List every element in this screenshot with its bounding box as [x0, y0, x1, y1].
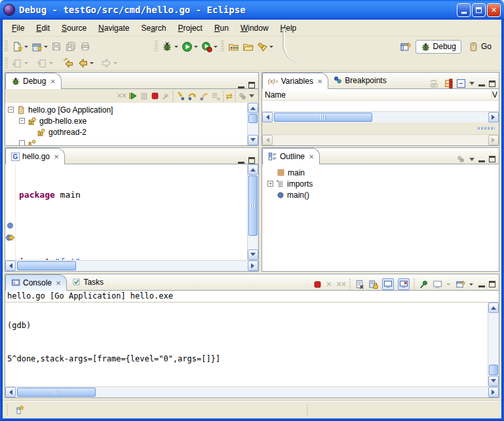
menu-file[interactable]: File	[7, 22, 29, 34]
outline-misc-icon[interactable]	[456, 155, 465, 164]
maximize-button[interactable]	[472, 3, 486, 17]
tab-variables[interactable]: (x)= Variables ✕	[262, 73, 328, 89]
debug-misc-icon[interactable]	[238, 92, 247, 101]
editor-ruler[interactable]	[5, 164, 16, 260]
menu-window[interactable]: Window	[235, 22, 274, 34]
tree-row-partial[interactable]	[8, 137, 258, 145]
run-launch-button[interactable]	[180, 39, 194, 54]
editor-horizontal-scrollbar[interactable]	[5, 260, 258, 271]
open-perspective-button[interactable]	[398, 39, 413, 54]
console-output[interactable]: (gdb) 5^done,stack-args=[frame={level="0…	[7, 302, 488, 386]
scroll-up-button[interactable]	[488, 302, 499, 313]
scroll-left-button[interactable]	[5, 387, 16, 397]
minimize-button[interactable]	[457, 3, 471, 17]
editor-vertical-scrollbar[interactable]	[247, 164, 258, 260]
forward-dropdown[interactable]	[113, 62, 117, 66]
new-project-dropdown[interactable]	[44, 46, 48, 50]
last-edit-location-button[interactable]	[61, 56, 75, 71]
toolbar-grip[interactable]	[5, 41, 8, 52]
display-console-icon[interactable]	[433, 280, 442, 289]
scroll-right-button[interactable]	[488, 387, 499, 397]
view-menu-icon[interactable]	[469, 158, 475, 164]
minimize-view-icon[interactable]	[478, 81, 485, 86]
console-vertical-scrollbar[interactable]	[488, 302, 499, 386]
scroll-right-button[interactable]	[488, 135, 499, 145]
view-menu-icon[interactable]	[249, 94, 254, 100]
collapse-all-icon[interactable]: −	[457, 79, 465, 88]
toolbar-grip[interactable]	[155, 41, 158, 52]
forward-button[interactable]	[99, 56, 113, 71]
drop-to-frame-icon[interactable]: ⇄	[226, 92, 233, 101]
resume-icon[interactable]	[128, 91, 138, 101]
menu-source[interactable]: Source	[56, 22, 92, 34]
search-button[interactable]	[255, 39, 269, 54]
remove-all-launches-icon[interactable]: ✕✕	[336, 280, 345, 289]
code-editor[interactable]: package main import "fmt" func main() { …	[5, 164, 258, 260]
scroll-thumb[interactable]	[17, 261, 76, 270]
toolbar-grip[interactable]	[221, 41, 224, 52]
maximize-view-icon[interactable]	[248, 157, 255, 164]
scroll-down-button[interactable]	[488, 376, 499, 386]
detail-horizontal-scrollbar[interactable]	[262, 134, 499, 145]
remove-terminated-icon[interactable]: ✕✕	[117, 92, 126, 100]
tab-breakpoints[interactable]: Breakpoints	[328, 72, 391, 88]
tab-close-icon[interactable]: ✕	[309, 153, 314, 160]
scroll-right-button[interactable]	[248, 261, 258, 271]
tab-close-icon[interactable]: ✕	[50, 78, 55, 85]
step-return-icon[interactable]	[199, 91, 209, 101]
scroll-left-button[interactable]	[262, 112, 273, 122]
show-type-names-icon[interactable]	[429, 79, 439, 88]
tree-row-thread[interactable]: gothread-2	[8, 126, 258, 137]
suspend-icon[interactable]	[140, 92, 149, 101]
save-button[interactable]	[49, 39, 64, 54]
close-button[interactable]: ✕	[487, 3, 501, 17]
scroll-thumb[interactable]	[248, 175, 258, 236]
back-button[interactable]	[75, 56, 90, 71]
outline-item-imports[interactable]: + imports	[267, 178, 499, 189]
step-over-icon[interactable]	[187, 91, 197, 101]
debug-launch-button[interactable]	[160, 39, 174, 54]
maximize-view-icon[interactable]	[489, 81, 495, 87]
tab-close-icon[interactable]: ✕	[54, 153, 59, 160]
collapse-toggle[interactable]: −	[8, 107, 14, 113]
variables-horizontal-scrollbar[interactable]	[262, 111, 499, 122]
tab-hello-go[interactable]: G hello.go ✕	[5, 148, 65, 164]
new-wizard-dropdown[interactable]	[24, 46, 28, 50]
run-last-dropdown[interactable]	[214, 46, 218, 50]
tree-row-process[interactable]: − gdb-hello.exe	[8, 115, 258, 126]
show-stdout-toggle[interactable]	[382, 278, 394, 290]
tree-row-launch[interactable]: − hello.go [Go Application]	[8, 104, 258, 115]
menu-project[interactable]: Project	[173, 22, 208, 34]
scroll-thumb[interactable]	[489, 365, 498, 375]
open-console-dropdown[interactable]	[469, 284, 473, 287]
outline-item-main-func[interactable]: main()	[267, 189, 499, 200]
tab-close-icon[interactable]: ✕	[56, 280, 61, 287]
tab-outline[interactable]: Outline ✕	[262, 148, 320, 164]
menu-run[interactable]: Run	[209, 22, 234, 34]
remove-launch-icon[interactable]: ✕	[326, 280, 332, 289]
open-folder-button[interactable]	[241, 39, 255, 54]
next-annotation-dropdown[interactable]	[24, 62, 28, 66]
variables-table-header[interactable]: Name V	[262, 89, 499, 101]
console-horizontal-scrollbar[interactable]	[5, 386, 499, 397]
view-menu-icon[interactable]	[469, 82, 475, 88]
clear-console-icon[interactable]	[355, 280, 364, 289]
show-logical-structure-icon[interactable]	[443, 79, 453, 88]
tab-console[interactable]: Console ✕	[5, 274, 67, 291]
step-filters-icon[interactable]	[211, 91, 221, 101]
run-launch-dropdown[interactable]	[194, 46, 198, 50]
save-all-button[interactable]	[64, 39, 78, 54]
previous-annotation-button[interactable]	[35, 56, 49, 71]
maximize-view-icon[interactable]	[248, 82, 255, 88]
run-last-button[interactable]	[199, 39, 214, 54]
print-button[interactable]	[78, 39, 92, 54]
variables-table-body[interactable]	[262, 101, 499, 111]
detail-pane-sash[interactable]	[262, 122, 499, 134]
scroll-down-button[interactable]	[248, 135, 258, 145]
minimize-view-icon[interactable]	[238, 82, 244, 88]
back-dropdown[interactable]	[90, 62, 94, 66]
maximize-view-icon[interactable]	[489, 281, 495, 287]
debug-launch-dropdown[interactable]	[174, 46, 178, 50]
outline-item-package[interactable]: main	[267, 167, 499, 178]
scroll-right-button[interactable]	[488, 112, 499, 122]
